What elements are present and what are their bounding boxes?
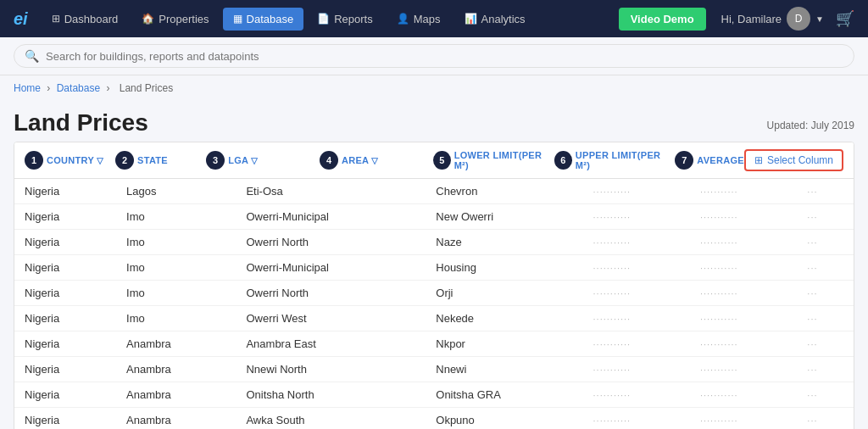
- col-header-area: 4 AREA ▽: [320, 151, 433, 170]
- table-row: Nigeria Anambra Anambra East Nkpor ·····…: [14, 332, 854, 357]
- col-label-state: STATE: [137, 155, 168, 165]
- cell-state: Imo: [116, 230, 236, 255]
- cell-lga: Awka South: [236, 408, 426, 430]
- col-badge-6: 6: [554, 151, 572, 170]
- breadcrumb-home[interactable]: Home: [14, 82, 41, 94]
- cell-lower: ···········: [583, 281, 690, 306]
- cell-lower: ···········: [583, 306, 690, 332]
- cell-lga: Owerri-Municipal: [236, 204, 426, 230]
- cell-area: Nkpor: [426, 332, 582, 357]
- video-demo-button[interactable]: Video Demo: [619, 8, 706, 31]
- cell-avg: ···: [797, 306, 854, 332]
- cell-state: Anambra: [116, 357, 236, 382]
- cell-state: Lagos: [116, 179, 236, 204]
- cell-country: Nigeria: [14, 408, 116, 430]
- filter-icon-area[interactable]: ▽: [371, 156, 378, 165]
- cell-country: Nigeria: [14, 382, 116, 408]
- cell-state: Anambra: [116, 332, 236, 357]
- col-header-avg: 7 AVERAGE: [675, 151, 744, 170]
- col-label-area: AREA: [342, 155, 369, 165]
- cell-upper: ···········: [690, 255, 797, 281]
- cell-country: Nigeria: [14, 230, 116, 255]
- cell-upper: ···········: [690, 408, 797, 430]
- cell-area: Nekede: [426, 306, 582, 332]
- cell-lga: Owerri West: [236, 306, 426, 332]
- col-label-lga: LGA: [228, 155, 248, 165]
- cell-upper: ···········: [690, 357, 797, 382]
- select-column-label: Select Column: [767, 154, 833, 166]
- col-badge-4: 4: [320, 151, 338, 170]
- nav-maps-label: Maps: [414, 13, 441, 25]
- nav-properties[interactable]: 🏠 Properties: [131, 8, 219, 31]
- cart-icon[interactable]: 🛒: [836, 9, 854, 28]
- reports-icon: 📄: [317, 13, 330, 25]
- cell-area: Okpuno: [426, 408, 582, 430]
- cell-lga: Onitsha North: [236, 382, 426, 408]
- cell-avg: ···: [797, 255, 854, 281]
- table-row: Nigeria Anambra Nnewi North Nnewi ······…: [14, 357, 854, 382]
- cell-avg: ···: [797, 281, 854, 306]
- nav-properties-label: Properties: [159, 13, 209, 25]
- cell-lower: ···········: [583, 204, 690, 230]
- cell-avg: ···: [797, 357, 854, 382]
- cell-upper: ···········: [690, 204, 797, 230]
- breadcrumb-sep1: ›: [47, 82, 53, 94]
- cell-upper: ···········: [690, 179, 797, 204]
- breadcrumb: Home › Database › Land Prices: [0, 75, 868, 101]
- cell-state: Imo: [116, 306, 236, 332]
- nav-database[interactable]: ▦ Database: [223, 8, 304, 31]
- table-row: Nigeria Imo Owerri North Naze ··········…: [14, 230, 854, 255]
- table-row: Nigeria Anambra Awka South Okpuno ······…: [14, 408, 854, 430]
- cell-country: Nigeria: [14, 357, 116, 382]
- col-header-upper: 6 UPPER LIMIT(PER M²): [554, 150, 676, 170]
- cell-state: Anambra: [116, 408, 236, 430]
- col-header-state: 2 STATE: [115, 151, 206, 170]
- nav-reports-label: Reports: [334, 13, 373, 25]
- nav-reports[interactable]: 📄 Reports: [307, 8, 383, 31]
- cell-area: Orji: [426, 281, 582, 306]
- cell-area: Chevron: [426, 179, 582, 204]
- dashboard-icon: ⊞: [52, 13, 60, 25]
- table-row: Nigeria Imo Owerri-Municipal Housing ···…: [14, 255, 854, 281]
- cell-lga: Owerri-Municipal: [236, 255, 426, 281]
- cell-state: Imo: [116, 255, 236, 281]
- cell-lower: ···········: [583, 332, 690, 357]
- cell-upper: ···········: [690, 332, 797, 357]
- select-column-button[interactable]: ⊞ Select Column: [744, 149, 843, 171]
- col-badge-2: 2: [115, 151, 134, 170]
- navbar: ei ⊞ Dashboard 🏠 Properties ▦ Database 📄…: [0, 0, 868, 37]
- cell-upper: ···········: [690, 230, 797, 255]
- column-header-row: 1 COUNTRY ▽ 2 STATE 3 LGA ▽ 4 AREA ▽: [14, 142, 854, 179]
- nav-maps[interactable]: 👤 Maps: [387, 8, 451, 31]
- filter-icon-country[interactable]: ▽: [97, 156, 103, 165]
- cell-country: Nigeria: [14, 332, 116, 357]
- cell-state: Anambra: [116, 382, 236, 408]
- cell-lower: ···········: [583, 408, 690, 430]
- nav-analytics-label: Analytics: [481, 13, 526, 25]
- cell-area: Naze: [426, 230, 582, 255]
- nav-dashboard-label: Dashboard: [64, 13, 119, 25]
- filter-icon-lga[interactable]: ▽: [251, 156, 258, 165]
- nav-dashboard[interactable]: ⊞ Dashboard: [42, 8, 129, 31]
- col-badge-7: 7: [675, 151, 693, 170]
- col-badge-5: 5: [433, 151, 451, 170]
- cell-avg: ···: [797, 332, 854, 357]
- cell-area: Nnewi: [426, 357, 582, 382]
- table-row: Nigeria Imo Owerri-Municipal New Owerri …: [14, 204, 854, 230]
- analytics-icon: 📊: [465, 13, 477, 25]
- cell-lga: Nnewi North: [236, 357, 426, 382]
- search-input[interactable]: [46, 50, 843, 63]
- avatar: D: [787, 7, 810, 31]
- nav-analytics[interactable]: 📊 Analytics: [454, 8, 536, 31]
- col-label-country: COUNTRY: [47, 155, 94, 165]
- search-bar: 🔍: [14, 44, 854, 68]
- cell-area: Onitsha GRA: [426, 382, 582, 408]
- properties-icon: 🏠: [142, 13, 154, 25]
- cell-area: Housing: [426, 255, 582, 281]
- cell-avg: ···: [797, 179, 854, 204]
- breadcrumb-database[interactable]: Database: [57, 82, 100, 94]
- search-bar-wrap: 🔍: [0, 37, 868, 75]
- table-row: Nigeria Imo Owerri West Nekede ·········…: [14, 306, 854, 332]
- cell-country: Nigeria: [14, 204, 116, 230]
- user-menu[interactable]: Hi, Damilare D ▼: [721, 7, 824, 31]
